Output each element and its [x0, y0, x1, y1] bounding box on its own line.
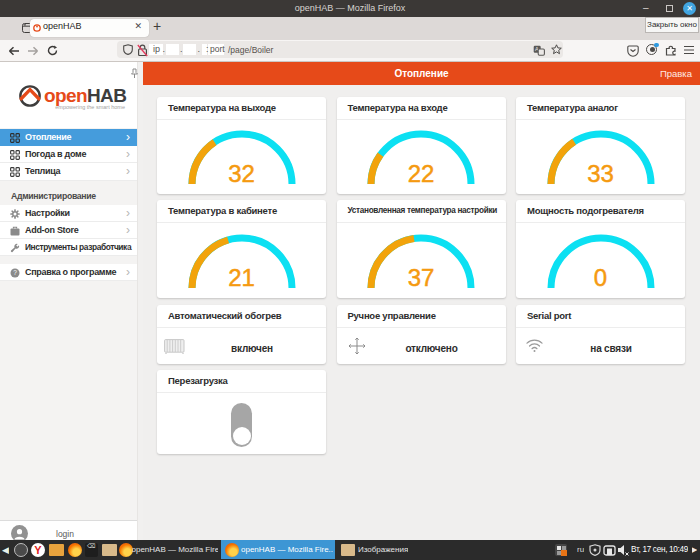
svg-text:?: ?: [13, 269, 17, 276]
